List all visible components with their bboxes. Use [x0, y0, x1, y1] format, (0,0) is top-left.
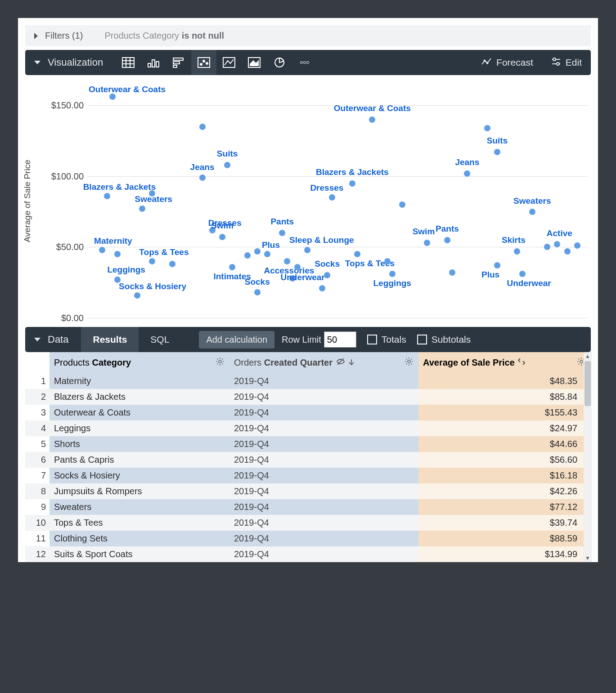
data-point-label: Swim	[413, 227, 435, 237]
vis-type-scatter-icon[interactable]	[191, 50, 216, 75]
table-row[interactable]: 6Pants & Capris2019-Q4$56.60	[25, 452, 591, 468]
data-point[interactable]	[284, 258, 290, 264]
scrollbar-thumb[interactable]	[585, 361, 591, 406]
table-row[interactable]: 2Blazers & Jackets2019-Q4$85.84	[25, 389, 591, 405]
vis-type-pie-icon[interactable]	[267, 50, 292, 75]
row-index: 10	[25, 515, 49, 531]
row-index: 11	[25, 531, 49, 546]
data-point[interactable]	[369, 116, 375, 123]
data-point[interactable]	[349, 180, 355, 187]
data-point[interactable]	[229, 264, 235, 270]
row-limit-input[interactable]	[324, 331, 356, 348]
plot-area[interactable]: $0.00$50.00$100.00$150.00Outerwear & Coa…	[87, 84, 587, 318]
data-point[interactable]	[264, 251, 270, 257]
table-row[interactable]: 9Sweaters2019-Q4$77.12	[25, 499, 591, 515]
sort-desc-icon[interactable]	[348, 358, 355, 368]
data-point[interactable]	[199, 124, 206, 130]
table-row[interactable]: 8Jumpsuits & Rompers2019-Q4$42.26	[25, 483, 591, 499]
table-row[interactable]: 11Clothing Sets2019-Q4$88.59	[25, 531, 591, 546]
table-row[interactable]: 12Suits & Sport Coats2019-Q4$134.99	[25, 546, 591, 562]
scroll-down-icon[interactable]: ▼	[585, 554, 590, 562]
hide-from-vis-icon[interactable]	[336, 357, 345, 368]
vis-type-bar-icon[interactable]	[166, 50, 191, 75]
data-point[interactable]	[99, 247, 105, 253]
data-point[interactable]	[244, 252, 251, 259]
vis-type-more-icon[interactable]	[292, 50, 317, 75]
row-index: 6	[25, 452, 49, 468]
data-point-label: Plus	[262, 240, 280, 250]
data-point[interactable]	[134, 292, 140, 299]
vis-type-line-icon[interactable]	[216, 50, 242, 75]
data-point[interactable]	[519, 271, 526, 277]
table-row[interactable]: 10Tops & Tees2019-Q4$39.74	[25, 515, 591, 531]
sliders-icon	[551, 57, 561, 68]
table-row[interactable]: 7Socks & Hosiery2019-Q4$16.18	[25, 468, 591, 483]
data-point[interactable]	[389, 271, 396, 277]
vertical-scrollbar[interactable]: ▲ ▼	[584, 352, 592, 562]
data-point[interactable]	[294, 264, 301, 270]
forecast-label: Forecast	[496, 57, 533, 68]
filters-bar[interactable]: Filters (1) Products Category is not nul…	[25, 25, 591, 46]
totals-label: Totals	[382, 334, 406, 345]
data-point[interactable]	[324, 272, 330, 278]
table-row[interactable]: 3Outerwear & Coats2019-Q4$155.43	[25, 405, 591, 420]
table-row[interactable]: 4Leggings2019-Q4$24.97	[25, 420, 591, 436]
data-point[interactable]	[304, 247, 310, 253]
caret-down-icon[interactable]	[34, 61, 40, 64]
data-point[interactable]	[254, 248, 261, 255]
data-point[interactable]	[384, 258, 391, 264]
table-row[interactable]: 5Shorts2019-Q4$44.66	[25, 436, 591, 452]
data-point[interactable]	[199, 174, 206, 181]
data-point[interactable]	[139, 206, 145, 212]
scroll-up-icon[interactable]: ▲	[585, 352, 590, 360]
row-index: 4	[25, 420, 49, 436]
data-point[interactable]	[219, 234, 225, 240]
data-point[interactable]	[444, 237, 450, 243]
data-point[interactable]	[494, 262, 500, 268]
tab-results[interactable]: Results	[81, 327, 139, 352]
gear-icon[interactable]	[215, 357, 225, 369]
filters-title: Filters (1)	[45, 31, 83, 41]
gear-icon[interactable]	[404, 357, 414, 369]
data-point[interactable]	[464, 170, 470, 177]
vis-type-table-icon[interactable]	[116, 50, 141, 75]
data-point[interactable]	[279, 230, 285, 236]
pivot-icon[interactable]	[517, 358, 526, 368]
data-point[interactable]	[149, 190, 155, 197]
data-point[interactable]	[169, 261, 175, 267]
data-point[interactable]	[254, 289, 261, 295]
subtotals-checkbox[interactable]: Subtotals	[417, 334, 471, 345]
data-point[interactable]	[319, 285, 325, 291]
edit-button[interactable]: Edit	[551, 57, 582, 68]
add-calculation-button[interactable]: Add calculation	[199, 331, 274, 349]
data-point[interactable]	[149, 258, 155, 264]
column-average-sale-price[interactable]: Average of Sale Price	[418, 352, 591, 373]
data-point[interactable]	[529, 209, 535, 215]
data-point[interactable]	[514, 248, 520, 255]
data-point[interactable]	[424, 240, 430, 246]
data-point[interactable]	[354, 251, 360, 257]
data-point[interactable]	[104, 193, 110, 199]
data-point[interactable]	[399, 201, 405, 208]
totals-checkbox[interactable]: Totals	[367, 334, 406, 345]
data-point[interactable]	[109, 94, 116, 100]
data-point[interactable]	[544, 244, 550, 250]
data-point[interactable]	[329, 194, 335, 201]
data-point[interactable]	[449, 269, 455, 276]
data-point-label: Underwear	[281, 273, 325, 282]
data-point[interactable]	[114, 251, 121, 257]
data-point[interactable]	[224, 162, 230, 168]
data-point[interactable]	[494, 149, 500, 155]
tab-sql[interactable]: SQL	[139, 327, 181, 352]
column-orders-created-quarter[interactable]: Orders Created Quarter	[229, 352, 418, 373]
forecast-button[interactable]: Forecast	[481, 57, 533, 68]
data-point[interactable]	[574, 242, 580, 249]
column-products-category[interactable]: Products Category	[49, 352, 229, 373]
table-row[interactable]: 1Maternity2019-Q4$48.35	[25, 373, 591, 389]
vis-type-area-icon[interactable]	[242, 50, 267, 75]
data-point[interactable]	[564, 248, 571, 255]
data-point[interactable]	[484, 125, 490, 131]
vis-type-column-icon[interactable]	[141, 50, 166, 75]
caret-down-icon[interactable]	[34, 338, 40, 341]
data-point[interactable]	[554, 241, 560, 247]
